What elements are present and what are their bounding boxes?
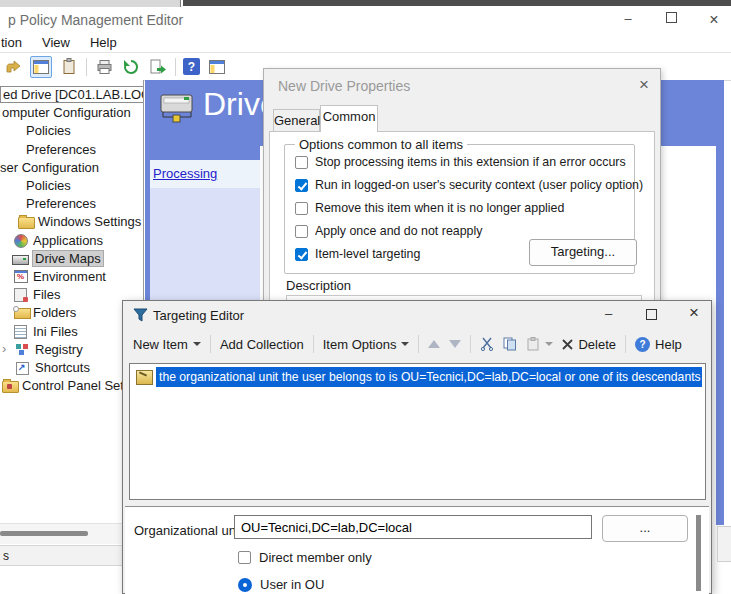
background-window-edge-dark	[183, 0, 731, 6]
menu-item-view[interactable]: View	[42, 35, 70, 50]
checkbox-label: Remove this item when it is no longer ap…	[315, 201, 564, 215]
close-icon[interactable]: ×	[689, 303, 699, 323]
cut-icon[interactable]	[480, 337, 494, 351]
checkbox-box[interactable]	[295, 248, 308, 261]
user-in-ou-row[interactable]: User in OU	[238, 577, 324, 592]
group-policy-editor-window: p Policy Management Editor – × tionViewH…	[0, 0, 731, 594]
maximize-icon[interactable]	[646, 309, 657, 320]
checkbox-stop-processing-items-in-this-[interactable]: Stop processing items in this extension …	[295, 155, 626, 169]
dialog-title: Targeting Editor	[153, 308, 244, 323]
browse-button[interactable]: ...	[602, 515, 688, 542]
titlebar: p Policy Management Editor – ×	[0, 7, 731, 32]
move-down-icon[interactable]	[449, 340, 461, 348]
checkbox-item-level-targeting[interactable]: Item-level targeting	[295, 247, 420, 261]
checkbox-run-in-logged-on-user-s-securi[interactable]: Run in logged-on user's security context…	[295, 178, 643, 192]
checkbox-label: Item-level targeting	[315, 247, 420, 261]
refresh-icon[interactable]	[121, 57, 141, 77]
tree-item-environment[interactable]: Environment	[0, 268, 143, 286]
checkbox-label: Run in logged-on user's security context…	[315, 178, 643, 192]
direct-member-only-checkbox[interactable]	[238, 551, 251, 564]
tree-horizontal-scrollbar[interactable]	[0, 523, 122, 544]
tree-item-label: Windows Settings	[38, 214, 141, 229]
print-icon[interactable]	[94, 57, 114, 77]
tree-item-windows-settings[interactable]: Windows Settings	[0, 213, 143, 231]
checkbox-apply-once-and-do-not-reapply[interactable]: Apply once and do not reapply	[295, 224, 482, 238]
organizational-unit-label: Organizational unit	[134, 523, 242, 538]
targeting-rule-text: the organizational unit the user belongs…	[156, 367, 702, 387]
minimize-icon[interactable]: –	[621, 11, 635, 29]
env-icon	[14, 270, 28, 283]
maximize-icon[interactable]	[664, 11, 678, 29]
nav-arrow-icon[interactable]	[3, 57, 23, 77]
paste-icon[interactable]	[526, 337, 553, 351]
window-title: p Policy Management Editor	[8, 12, 183, 28]
tree-item-label: Folders	[33, 305, 76, 320]
drive-icon	[158, 90, 198, 134]
new-item-button[interactable]: New Item	[133, 337, 201, 352]
tree-item-ser-configuration[interactable]: ser Configuration	[0, 159, 143, 177]
tree-item-label: ed Drive [DC01.LAB.LOCA	[0, 86, 143, 103]
clipboard-icon[interactable]	[59, 57, 79, 77]
checkbox-box[interactable]	[295, 225, 308, 238]
user-in-ou-label: User in OU	[260, 577, 324, 592]
item-options-button[interactable]: Item Options	[323, 337, 410, 352]
tree-item-drive-maps[interactable]: Drive Maps	[0, 250, 143, 268]
menu-item-help[interactable]: Help	[90, 35, 117, 50]
tree-item-label: Control Panel Sett	[22, 378, 128, 393]
tree-item-ed-drive-dc01-lab-loca[interactable]: ed Drive [DC01.LAB.LOCA	[0, 86, 143, 104]
copy-icon[interactable]	[503, 337, 517, 351]
direct-member-only-row[interactable]: Direct member only	[238, 550, 372, 565]
tree-item-applications[interactable]: Applications	[0, 232, 143, 250]
targeting-toolbar: New Item Add Collection Item Options Del…	[123, 329, 711, 359]
tree-item-preferences[interactable]: Preferences	[0, 141, 143, 159]
checkbox-box[interactable]	[295, 156, 308, 169]
tree-item-label: Policies	[26, 123, 71, 138]
close-icon[interactable]: ×	[639, 75, 649, 95]
checkbox-box[interactable]	[295, 202, 308, 215]
ini-icon	[14, 325, 27, 339]
menu-item-tion[interactable]: tion	[1, 35, 22, 50]
delete-button[interactable]: Delete	[562, 337, 616, 352]
tree-item-label: Applications	[33, 233, 103, 248]
dialog-titlebar: Targeting Editor – ×	[123, 301, 711, 329]
help-icon[interactable]: ?	[183, 58, 200, 75]
tree-item-label: Preferences	[26, 196, 96, 211]
window-scrollbar-fragment[interactable]	[717, 526, 731, 562]
tree-item-preferences[interactable]: Preferences	[0, 195, 143, 213]
direct-member-only-label: Direct member only	[259, 550, 372, 565]
processing-link[interactable]: Processing	[153, 166, 217, 181]
tab-common[interactable]: Common	[320, 105, 378, 132]
tree-item-policies[interactable]: Policies	[0, 122, 143, 140]
folder-icon	[18, 217, 35, 229]
close-icon[interactable]: ×	[707, 11, 721, 29]
expander-icon[interactable]: ›	[2, 341, 6, 356]
targeting-button[interactable]: Targeting...	[529, 239, 637, 266]
targeting-items-list[interactable]: the organizational unit the user belongs…	[129, 363, 706, 500]
tab-general[interactable]: General	[273, 109, 320, 131]
list-item-selected[interactable]: the organizational unit the user belongs…	[133, 367, 702, 387]
add-collection-button[interactable]: Add Collection	[220, 337, 304, 352]
tree-item-label: Policies	[26, 178, 71, 193]
folders-icon	[14, 308, 31, 319]
drive-icon	[12, 255, 29, 265]
files-icon	[14, 288, 27, 302]
shortcut-icon	[16, 362, 29, 375]
scrollbar-thumb[interactable]	[0, 531, 88, 536]
export-list-icon[interactable]	[148, 57, 168, 77]
description-label: Description	[286, 278, 351, 293]
new-window-icon[interactable]	[207, 57, 227, 77]
help-button[interactable]: ? Help	[635, 337, 682, 352]
user-in-ou-radio[interactable]	[238, 578, 252, 592]
checkbox-label: Apply once and do not reapply	[315, 224, 482, 238]
tree-item-policies[interactable]: Policies	[0, 177, 143, 195]
move-up-icon[interactable]	[428, 340, 440, 348]
checkbox-box[interactable]	[295, 179, 308, 192]
minimize-icon[interactable]: –	[605, 306, 612, 321]
tree-item-omputer-configuration[interactable]: omputer Configuration	[0, 104, 143, 122]
checkbox-remove-this-item-when-it-is-no[interactable]: Remove this item when it is no longer ap…	[295, 201, 564, 215]
dialog-title: New Drive Properties	[278, 78, 410, 94]
organizational-unit-input[interactable]	[234, 515, 592, 539]
console-tree-icon[interactable]	[30, 56, 52, 78]
help-icon: ?	[635, 337, 650, 352]
pane-scrollbar-thumb[interactable]	[696, 515, 701, 591]
